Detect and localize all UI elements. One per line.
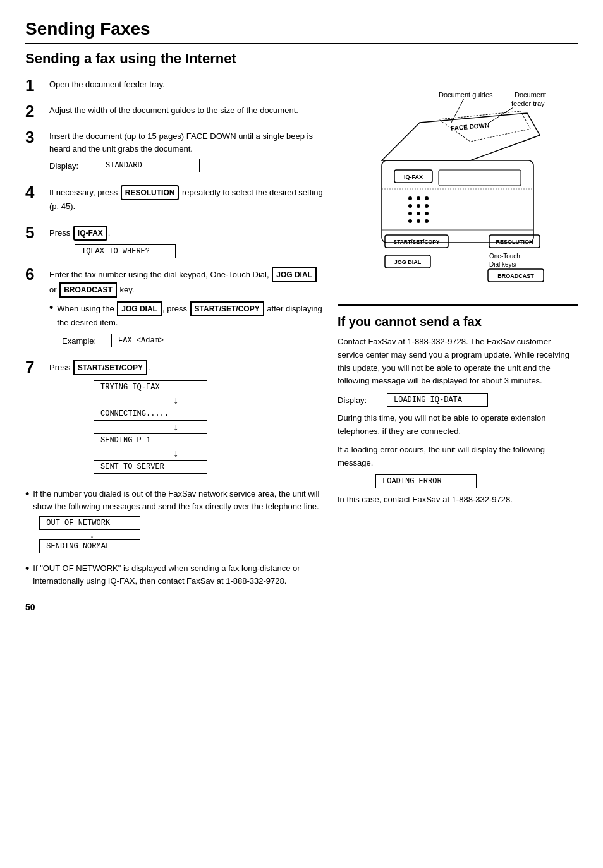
step-4: 4 If necessary, press RESOLUTION repeate… bbox=[25, 185, 325, 217]
svg-point-17 bbox=[425, 212, 429, 215]
seq-item-1: TRYING IQ-FAX bbox=[94, 380, 207, 394]
step-3: 3 Insert the document (up to 15 pages) F… bbox=[25, 130, 325, 176]
bullet-1-content: If the number you dialed is out of the F… bbox=[33, 488, 325, 557]
step-7-text-before: Press bbox=[49, 363, 73, 372]
bullet-2: • If "OUT OF NETWORK" is displayed when … bbox=[25, 562, 325, 587]
step-num-1: 1 bbox=[25, 76, 49, 95]
if-cannot-title: If you cannot send a fax bbox=[338, 315, 578, 329]
svg-rect-21 bbox=[439, 170, 521, 186]
jog-dial-key-2: JOG DIAL bbox=[117, 301, 162, 316]
svg-text:Dial keys/: Dial keys/ bbox=[489, 261, 517, 268]
start-set-copy-key-2: START/SET/COPY bbox=[73, 360, 147, 375]
jog-dial-key-1: JOG DIAL bbox=[272, 267, 317, 282]
step-content-1: Open the document feeder tray. bbox=[49, 78, 325, 95]
broadcast-key-1: BROADCAST bbox=[59, 282, 117, 298]
step-6-example-label: Example: bbox=[62, 336, 106, 346]
step-6: 6 Enter the fax number using the dial ke… bbox=[25, 267, 325, 352]
step-content-4: If necessary, press RESOLUTION repeatedl… bbox=[49, 185, 325, 217]
sub-seq-box-2: SENDING NORMAL bbox=[39, 539, 140, 553]
if-cannot-section: If you cannot send a fax Contact FaxSav … bbox=[338, 304, 578, 507]
step-6-example-row: Example: FAX=<Adam> bbox=[62, 334, 325, 347]
svg-point-14 bbox=[425, 204, 429, 208]
sub-seq-box-1: OUT OF NETWORK bbox=[39, 516, 140, 530]
step-6-text: Enter the fax number using the dial keyp… bbox=[49, 267, 325, 298]
sub-seq-1: OUT OF NETWORK ↓ SENDING NORMAL bbox=[39, 516, 325, 553]
if-cannot-display-box: LOADING IQ-DATA bbox=[387, 393, 488, 407]
step-2: 2 Adjust the width of the document guide… bbox=[25, 104, 325, 121]
svg-point-16 bbox=[417, 212, 420, 215]
svg-point-19 bbox=[417, 219, 420, 223]
svg-point-9 bbox=[408, 196, 412, 200]
svg-text:feeder tray: feeder tray bbox=[511, 100, 545, 107]
if-cannot-para-3: If a loading error occurs, the unit will… bbox=[338, 443, 578, 470]
fax-machine-svg: Document feeder tray Document guides FAC… bbox=[344, 78, 571, 293]
step-7-text-after: . bbox=[148, 363, 150, 372]
svg-point-12 bbox=[408, 204, 412, 208]
svg-point-10 bbox=[417, 196, 420, 200]
iq-fax-key: IQ-FAX bbox=[73, 226, 107, 241]
page-number: 50 bbox=[25, 602, 325, 612]
step-4-text-before: If necessary, press bbox=[49, 188, 120, 197]
svg-text:IQ-FAX: IQ-FAX bbox=[404, 174, 423, 180]
svg-text:START/SET/COPY: START/SET/COPY bbox=[393, 239, 439, 245]
step-2-text: Adjust the width of the document guides … bbox=[49, 104, 325, 117]
step-num-3: 3 bbox=[25, 128, 49, 147]
svg-rect-5 bbox=[382, 160, 533, 243]
if-cannot-display-label: Display: bbox=[338, 395, 382, 405]
seq-item-3: SENDING P 1 bbox=[94, 433, 207, 447]
right-column: Document feeder tray Document guides FAC… bbox=[338, 78, 578, 612]
step-content-3: Insert the document (up to 15 pages) FAC… bbox=[49, 130, 325, 176]
bullet-2-text: If "OUT OF NETWORK" is displayed when se… bbox=[33, 562, 325, 587]
svg-point-20 bbox=[425, 219, 429, 223]
step-content-7: Press START/SET/COPY. TRYING IQ-FAX ↓ CO… bbox=[49, 360, 325, 479]
step-5-text-before: Press bbox=[49, 228, 73, 238]
arrow-3: ↓ bbox=[94, 449, 207, 459]
start-set-copy-key-1: START/SET/COPY bbox=[190, 301, 264, 316]
if-cannot-para-1: Contact FaxSav at 1-888-332-9728. The Fa… bbox=[338, 335, 578, 388]
svg-text:Document: Document bbox=[515, 91, 546, 99]
svg-text:FACE DOWN: FACE DOWN bbox=[451, 121, 490, 131]
step-5: 5 Press IQ-FAX. IQFAX TO WHERE? bbox=[25, 226, 325, 258]
step-num-6: 6 bbox=[25, 265, 49, 284]
step-num-5: 5 bbox=[25, 223, 49, 243]
svg-text:BROADCAST: BROADCAST bbox=[497, 273, 534, 279]
step-7: 7 Press START/SET/COPY. TRYING IQ-FAX ↓ … bbox=[25, 360, 325, 479]
seq-item-2: CONNECTING..... bbox=[94, 407, 207, 421]
step-4-text: If necessary, press RESOLUTION repeatedl… bbox=[49, 185, 325, 213]
bullet-1-text: If the number you dialed is out of the F… bbox=[33, 489, 319, 511]
step-num-2: 2 bbox=[25, 102, 49, 121]
bullet-section-1: • If the number you dialed is out of the… bbox=[25, 488, 325, 587]
fax-diagram: Document feeder tray Document guides FAC… bbox=[338, 78, 578, 293]
svg-text:One-Touch: One-Touch bbox=[489, 253, 520, 260]
left-column: 1 Open the document feeder tray. 2 Adjus… bbox=[25, 78, 325, 612]
step-6-example-box: FAX=<Adam> bbox=[111, 334, 212, 347]
step-1-text: Open the document feeder tray. bbox=[49, 78, 325, 91]
if-cannot-error-box: LOADING ERROR bbox=[375, 474, 477, 488]
svg-point-15 bbox=[408, 212, 412, 215]
seq-box-3: SENDING P 1 bbox=[94, 433, 207, 447]
step-6-bullet-text: When using the JOG DIAL, press START/SET… bbox=[57, 301, 325, 329]
svg-point-18 bbox=[408, 219, 412, 223]
svg-point-11 bbox=[425, 196, 429, 200]
page-title: Sending Faxes bbox=[25, 19, 578, 44]
seq-box-1: TRYING IQ-FAX bbox=[94, 380, 207, 394]
step-num-4: 4 bbox=[25, 183, 49, 202]
seq-box-2: CONNECTING..... bbox=[94, 407, 207, 421]
if-cannot-para-2: During this time, you will not be able t… bbox=[338, 412, 578, 438]
if-cannot-display-row: Display: LOADING IQ-DATA bbox=[338, 393, 578, 407]
section-title: Sending a fax using the Internet bbox=[25, 51, 578, 67]
step-5-text-after: . bbox=[108, 228, 111, 238]
step-3-text: Insert the document (up to 15 pages) FAC… bbox=[49, 130, 325, 155]
step-content-5: Press IQ-FAX. IQFAX TO WHERE? bbox=[49, 226, 325, 258]
seq-item-4: SENT TO SERVER bbox=[94, 460, 207, 474]
seq-box-4: SENT TO SERVER bbox=[94, 460, 207, 474]
arrow-2: ↓ bbox=[94, 422, 207, 432]
resolution-key: RESOLUTION bbox=[121, 185, 180, 200]
svg-point-13 bbox=[417, 204, 420, 208]
step-7-sequence: TRYING IQ-FAX ↓ CONNECTING..... ↓ SENDIN… bbox=[94, 380, 325, 474]
svg-text:Document guides: Document guides bbox=[439, 91, 493, 99]
svg-text:RESOLUTION: RESOLUTION bbox=[496, 239, 533, 245]
step-content-6: Enter the fax number using the dial keyp… bbox=[49, 267, 325, 352]
arrow-1: ↓ bbox=[94, 395, 207, 406]
step-5-text: Press IQ-FAX. bbox=[49, 226, 325, 241]
